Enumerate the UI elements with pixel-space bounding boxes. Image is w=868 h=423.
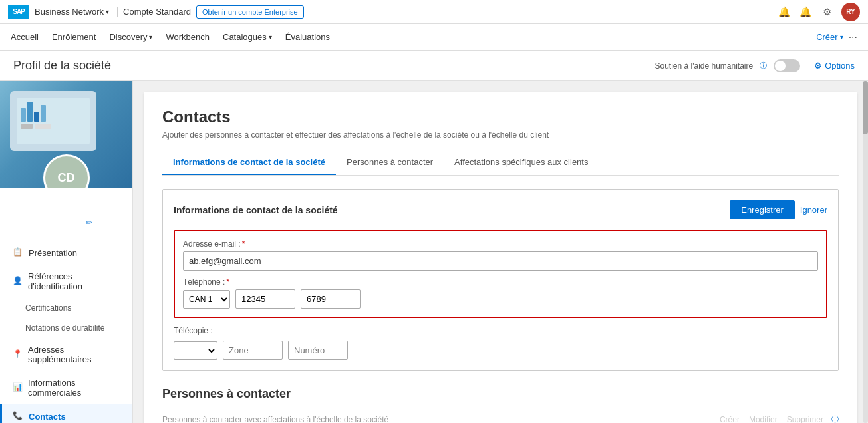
more-options-button[interactable]: ··· <box>849 31 857 43</box>
sap-logo-text: SAP <box>13 8 25 15</box>
soutien-toggle[interactable] <box>774 59 800 72</box>
sidebar-item-certifications[interactable]: Certifications <box>0 298 132 318</box>
sidebar-item-presentation[interactable]: 📋 Présentation <box>0 241 132 265</box>
content-area: CD ✏ 📋 Présentation 👤 Références d'ident… <box>0 81 868 423</box>
sidebar-item-notations[interactable]: Notations de durabilité <box>0 318 132 338</box>
main-content: Contacts Ajouter des personnes à contact… <box>133 81 868 423</box>
sidebar: CD ✏ 📋 Présentation 👤 Références d'ident… <box>0 81 133 423</box>
header-right: Soutien à l'aide humanitaire ⓘ ⚙ Options <box>654 59 855 72</box>
personnes-table-header: Personnes à contacter avec affectations … <box>162 409 839 423</box>
sidebar-menu: 📋 Présentation 👤 Références d'identifica… <box>0 208 132 423</box>
nav-enrolement[interactable]: Enrôlement <box>52 25 96 49</box>
toggle-switch[interactable] <box>774 59 800 72</box>
user-avatar[interactable]: RY <box>841 3 860 21</box>
fax-row: CAN 1 <box>174 341 827 360</box>
compte-standard-label: Compte Standard <box>117 7 191 17</box>
top-nav-right: 🔔 🔔 ⚙ RY <box>778 3 860 21</box>
contacts-description: Ajouter des personnes à contacter et eff… <box>162 130 839 140</box>
business-network-label[interactable]: Business Network ▾ <box>35 7 109 17</box>
edit-profile-icon[interactable]: ✏ <box>86 218 92 227</box>
required-fields-box: Adresse e-mail : * Téléphone : * <box>174 230 827 318</box>
email-input[interactable] <box>183 251 818 271</box>
phone-country-select[interactable]: CAN 1 USA 1 FRA 33 <box>183 290 230 309</box>
page-header: Profil de la société Soutien à l'aide hu… <box>0 51 868 81</box>
top-nav-left: SAP Business Network ▾ Compte Standard O… <box>8 5 304 19</box>
avatar: CD <box>43 154 90 188</box>
form-section-title: Informations de contact de la société <box>174 205 338 215</box>
phone-number-input[interactable] <box>301 289 361 309</box>
personnes-section: Personnes à contacter Personnes à contac… <box>162 387 839 423</box>
contacts-title: Contacts <box>162 108 839 126</box>
main-navigation: Accueil Enrôlement Discovery ▾ Workbench… <box>0 24 868 51</box>
options-button[interactable]: ⚙ Options <box>814 61 855 70</box>
fax-label: Télécopie : <box>174 326 827 335</box>
scrollbar-thumb[interactable] <box>863 81 868 134</box>
main-nav-right: Créer ▾ ··· <box>816 31 857 43</box>
phone-label: Téléphone : * <box>183 277 818 287</box>
nav-workbench[interactable]: Workbench <box>166 25 210 49</box>
nav-evaluations[interactable]: Évaluations <box>285 25 330 49</box>
adresses-icon: 📍 <box>13 349 23 360</box>
nav-accueil[interactable]: Accueil <box>11 25 39 49</box>
contacts-tabs: Informations de contact de la société Pe… <box>162 150 839 176</box>
soutien-label: Soutien à l'aide humanitaire <box>654 61 753 70</box>
phone-zone-input[interactable] <box>235 289 295 309</box>
form-actions: Enregistrer Ignorer <box>730 200 827 219</box>
info-icon[interactable]: ⓘ <box>760 61 767 70</box>
enterprise-button[interactable]: Obtenir un compte Enterprise <box>196 5 304 19</box>
presentation-icon: 📋 <box>13 247 23 258</box>
creer-chevron: ▾ <box>840 33 843 41</box>
catalogues-chevron: ▾ <box>269 33 272 41</box>
sidebar-item-contacts[interactable]: 📞 Contacts <box>0 404 132 423</box>
fax-field-group: Télécopie : CAN 1 <box>174 326 827 360</box>
fax-country-select[interactable]: CAN 1 <box>174 341 217 360</box>
notification-icon[interactable]: 🔔 <box>778 5 791 19</box>
tab-personnes[interactable]: Personnes à contacter <box>336 150 444 175</box>
tab-affectations[interactable]: Affectations spécifiques aux clients <box>444 150 599 175</box>
save-button[interactable]: Enregistrer <box>730 200 795 219</box>
personnes-title: Personnes à contacter <box>162 387 839 401</box>
discovery-chevron: ▾ <box>149 33 152 41</box>
ignore-button[interactable]: Ignorer <box>800 200 827 219</box>
phone-row: CAN 1 USA 1 FRA 33 <box>183 289 818 309</box>
fax-zone-input[interactable] <box>223 341 283 360</box>
table-info-icon[interactable]: ⓘ <box>831 414 839 423</box>
contacts-icon: 📞 <box>13 411 23 422</box>
sidebar-item-informations[interactable]: 📊 Informations commerciales <box>0 371 132 404</box>
personnes-label: Personnes à contacter avec affectations … <box>162 415 716 424</box>
phone-field-group: Téléphone : * CAN 1 USA 1 FRA 33 <box>183 277 818 309</box>
creer-action[interactable]: Créer <box>720 415 740 424</box>
toggle-knob <box>775 61 786 71</box>
email-required-star: * <box>242 239 245 249</box>
fax-number-input[interactable] <box>288 341 348 360</box>
form-section: Informations de contact de la société En… <box>162 189 839 371</box>
options-icon: ⚙ <box>814 61 822 70</box>
email-label: Adresse e-mail : * <box>183 239 818 249</box>
header-divider <box>807 59 807 72</box>
sidebar-item-references[interactable]: 👤 Références d'identification <box>0 265 132 298</box>
creer-button[interactable]: Créer ▾ <box>816 32 843 42</box>
bell-icon[interactable]: 🔔 <box>799 5 812 19</box>
sap-logo: SAP <box>8 5 29 19</box>
tab-info-contact[interactable]: Informations de contact de la société <box>162 150 336 175</box>
modifier-action[interactable]: Modifier <box>749 415 778 424</box>
informations-icon: 📊 <box>13 382 23 393</box>
references-icon: 👤 <box>13 276 23 287</box>
content-card: Contacts Ajouter des personnes à contact… <box>144 92 857 423</box>
settings-icon[interactable]: ⚙ <box>820 5 833 19</box>
nav-catalogues[interactable]: Catalogues ▾ <box>223 25 272 49</box>
supprimer-action[interactable]: Supprimer <box>787 415 823 424</box>
sidebar-item-adresses[interactable]: 📍 Adresses supplémentaires <box>0 338 132 371</box>
business-network-text: Business Network <box>35 7 104 17</box>
top-navigation: SAP Business Network ▾ Compte Standard O… <box>0 0 868 24</box>
email-field-group: Adresse e-mail : * <box>183 239 818 277</box>
page-title: Profil de la société <box>13 59 111 72</box>
main-nav-items: Accueil Enrôlement Discovery ▾ Workbench… <box>11 25 330 49</box>
phone-required-star: * <box>226 277 229 287</box>
scrollbar-track[interactable] <box>863 81 868 423</box>
form-section-header: Informations de contact de la société En… <box>174 200 827 219</box>
business-network-chevron: ▾ <box>106 8 109 15</box>
profile-image: CD <box>0 81 132 188</box>
nav-discovery[interactable]: Discovery ▾ <box>109 25 152 49</box>
